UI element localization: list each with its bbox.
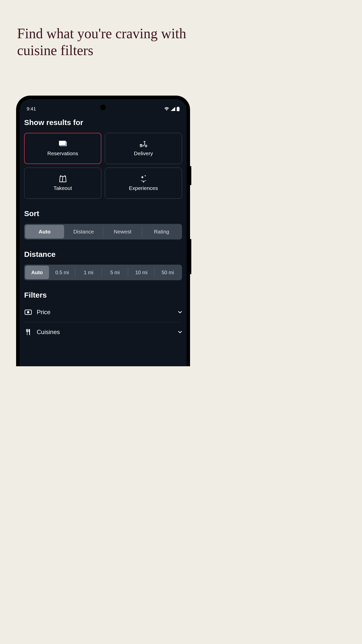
sort-segment-control: Auto Distance Newest Rating (24, 224, 182, 239)
option-experiences[interactable]: Experiences (105, 168, 182, 199)
distance-option-5mi[interactable]: 5 mi (102, 266, 128, 279)
chevron-down-icon (178, 311, 182, 313)
status-time: 9:41 (27, 106, 36, 112)
option-label: Experiences (129, 185, 158, 191)
sparkle-dish-icon (139, 175, 148, 182)
distance-option-50mi[interactable]: 50 mi (155, 266, 181, 279)
svg-point-6 (27, 311, 29, 313)
option-label: Takeout (54, 185, 72, 191)
distance-segment-control: Auto 0.5 mi 1 mi 5 mi 10 mi 50 mi (24, 265, 182, 280)
distance-option-1mi[interactable]: 1 mi (75, 266, 102, 279)
filter-label: Cuisines (37, 329, 173, 336)
svg-rect-1 (177, 107, 179, 107)
distance-option-auto[interactable]: Auto (25, 266, 49, 279)
option-label: Delivery (134, 150, 153, 156)
svg-point-3 (145, 145, 147, 147)
cash-icon (24, 309, 32, 315)
show-results-title: Show results for (24, 118, 182, 127)
option-label: Reservations (47, 150, 78, 156)
sort-section: Sort Auto Distance Newest Rating (24, 209, 182, 239)
sort-option-newest[interactable]: Newest (103, 225, 142, 238)
svg-rect-0 (177, 107, 179, 111)
camera-notch (100, 105, 106, 110)
filter-row-price[interactable]: Price (24, 302, 182, 322)
result-type-grid: Reservations Delivery (24, 133, 182, 199)
phone-screen: 9:41 Show results for (20, 99, 187, 366)
sort-option-auto[interactable]: Auto (25, 225, 64, 238)
sort-option-distance[interactable]: Distance (64, 225, 103, 238)
distance-option-0-5mi[interactable]: 0.5 mi (49, 266, 75, 279)
option-takeout[interactable]: Takeout (24, 168, 101, 199)
option-delivery[interactable]: Delivery (105, 133, 182, 164)
option-reservations[interactable]: Reservations (24, 133, 101, 164)
menu-card-icon (58, 140, 67, 147)
filters-title: Filters (24, 291, 182, 299)
cellular-icon (171, 107, 175, 111)
utensils-icon (24, 329, 32, 336)
phone-side-button (190, 239, 191, 274)
distance-title: Distance (24, 250, 182, 259)
sort-option-rating[interactable]: Rating (142, 225, 181, 238)
filter-label: Price (37, 309, 173, 316)
show-results-section: Show results for Reservations (24, 118, 182, 199)
chevron-down-icon (178, 331, 182, 333)
filter-row-cuisines[interactable]: Cuisines (24, 322, 182, 342)
bag-icon (58, 175, 67, 182)
phone-side-button (190, 166, 191, 185)
wifi-icon (164, 107, 169, 111)
phone-frame: 9:41 Show results for (16, 96, 190, 366)
svg-rect-4 (143, 181, 144, 182)
battery-icon (177, 107, 179, 111)
status-icons (164, 107, 179, 111)
distance-option-10mi[interactable]: 10 mi (128, 266, 155, 279)
filters-section: Filters Price (24, 291, 182, 342)
sort-title: Sort (24, 209, 182, 218)
page-headline: Find what you're craving with cuisine fi… (0, 0, 206, 59)
distance-section: Distance Auto 0.5 mi 1 mi 5 mi 10 mi 50 … (24, 250, 182, 280)
scooter-icon (139, 140, 148, 147)
